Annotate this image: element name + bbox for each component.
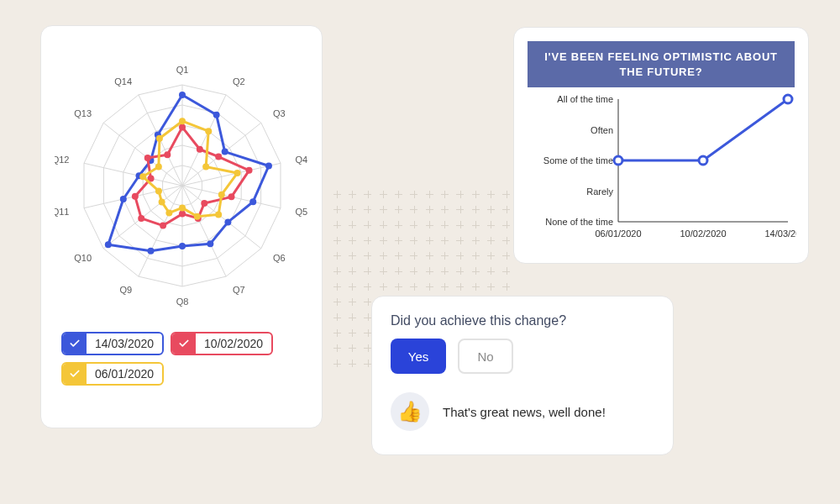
svg-point-51: [138, 215, 144, 222]
svg-text:Q6: Q6: [273, 253, 286, 263]
svg-point-81: [699, 156, 707, 165]
line-chart-card: I'VE BEEN FEELING OPTIMISTIC ABOUT THE F…: [513, 27, 809, 264]
legend-label: 06/01/2020: [87, 367, 162, 381]
svg-text:Q11: Q11: [55, 207, 69, 217]
svg-text:Q7: Q7: [233, 285, 245, 295]
line-chart-title: I'VE BEEN FEELING OPTIMISTIC ABOUT THE F…: [528, 41, 795, 87]
legend-label: 10/02/2020: [196, 337, 271, 350]
svg-point-28: [179, 92, 186, 98]
svg-text:14/03/2020: 14/03/2020: [764, 228, 796, 239]
svg-point-49: [179, 211, 186, 218]
svg-point-69: [156, 135, 163, 142]
svg-point-46: [228, 193, 234, 200]
svg-text:Q10: Q10: [74, 253, 92, 263]
svg-point-44: [215, 154, 222, 160]
radar-legend: 14/03/2020 10/02/2020 06/01/2020: [55, 320, 308, 386]
svg-point-56: [179, 118, 186, 124]
svg-point-36: [148, 248, 155, 255]
svg-point-45: [246, 167, 253, 174]
legend-item-2[interactable]: 06/01/2020: [61, 362, 164, 386]
svg-text:Q3: Q3: [273, 108, 286, 118]
change-card: Did you achieve this change? Yes No 👍 Th…: [371, 296, 674, 455]
svg-text:All of the time: All of the time: [557, 94, 613, 104]
svg-text:Q12: Q12: [55, 155, 69, 165]
check-icon: [63, 364, 87, 384]
svg-point-50: [160, 223, 166, 229]
svg-text:Often: Often: [591, 125, 613, 135]
svg-point-65: [159, 198, 165, 205]
svg-point-35: [179, 243, 186, 249]
svg-point-52: [132, 193, 139, 200]
line-chart: None of the timeRarelySome of the timeOf…: [528, 87, 796, 255]
svg-point-38: [120, 196, 127, 202]
radar-chart-card: Q1Q2Q3Q4Q5Q6Q7Q8Q9Q10Q11Q12Q13Q14 14/03/…: [40, 25, 323, 428]
svg-text:Q14: Q14: [114, 76, 132, 87]
svg-text:10/02/2020: 10/02/2020: [680, 228, 726, 239]
svg-text:None of the time: None of the time: [545, 217, 613, 227]
svg-point-82: [784, 95, 792, 103]
svg-point-62: [194, 213, 201, 220]
svg-text:Q5: Q5: [296, 207, 308, 217]
legend-item-1[interactable]: 10/02/2020: [171, 332, 273, 355]
svg-point-80: [614, 156, 622, 165]
svg-point-64: [165, 209, 172, 216]
svg-point-30: [222, 149, 228, 155]
svg-point-37: [105, 241, 112, 248]
svg-point-59: [234, 170, 241, 176]
svg-point-34: [207, 240, 213, 247]
svg-point-54: [144, 155, 151, 161]
svg-text:Q8: Q8: [176, 297, 189, 307]
legend-item-0[interactable]: 14/03/2020: [61, 332, 164, 355]
check-icon: [63, 333, 87, 354]
svg-text:06/01/2020: 06/01/2020: [595, 228, 641, 239]
svg-point-32: [249, 198, 256, 205]
svg-text:Q2: Q2: [233, 76, 245, 87]
svg-text:Some of the time: Some of the time: [543, 155, 613, 165]
svg-point-63: [179, 204, 186, 211]
svg-text:Q9: Q9: [119, 285, 132, 295]
svg-point-57: [205, 128, 212, 134]
thumbs-up-icon: 👍: [391, 392, 429, 431]
svg-text:Q1: Q1: [176, 65, 189, 75]
svg-text:Q4: Q4: [296, 155, 308, 165]
svg-point-55: [164, 151, 171, 158]
svg-point-68: [155, 164, 162, 171]
svg-point-60: [218, 192, 225, 198]
svg-point-43: [197, 146, 203, 153]
svg-point-42: [179, 123, 186, 130]
no-button[interactable]: No: [458, 339, 513, 374]
svg-point-58: [202, 164, 209, 171]
change-question: Did you achieve this change?: [391, 313, 654, 328]
svg-point-66: [155, 187, 162, 194]
svg-text:Q13: Q13: [74, 108, 92, 118]
svg-point-33: [224, 218, 231, 225]
svg-point-31: [265, 163, 272, 170]
svg-point-29: [213, 112, 220, 118]
check-icon: [172, 333, 196, 354]
svg-point-67: [139, 173, 146, 180]
radar-chart: Q1Q2Q3Q4Q5Q6Q7Q8Q9Q10Q11Q12Q13Q14: [55, 43, 310, 320]
svg-point-47: [201, 200, 207, 207]
change-message: That's great news, well done!: [443, 405, 606, 419]
legend-label: 14/03/2020: [87, 337, 162, 350]
svg-point-61: [215, 211, 222, 218]
yes-button[interactable]: Yes: [391, 339, 446, 374]
svg-text:Rarely: Rarely: [586, 186, 613, 197]
